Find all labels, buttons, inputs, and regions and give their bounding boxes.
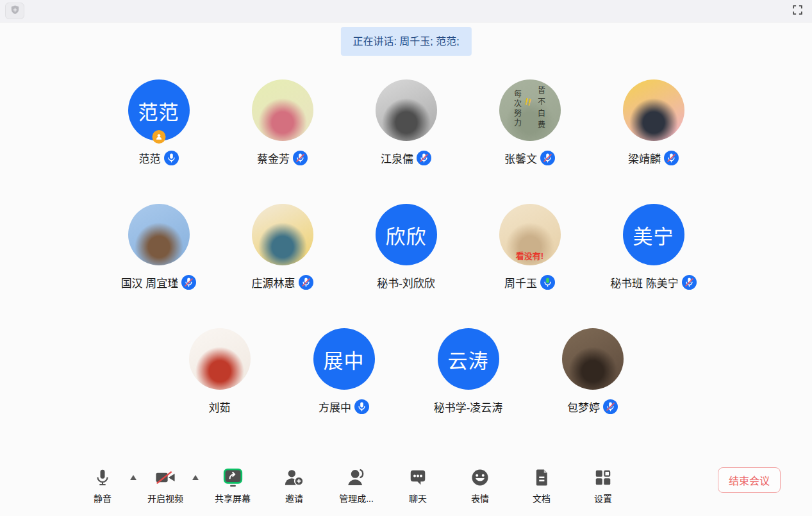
participant-row: 刘茹展中方展中云涛秘书学-凌云涛包梦婷 xyxy=(0,328,812,414)
mic-muted-icon xyxy=(417,151,431,165)
participant-avatar xyxy=(252,79,313,141)
participant-tile[interactable]: 刘茹 xyxy=(158,328,282,414)
security-button[interactable] xyxy=(5,3,24,19)
participant-row: 国汉 周宜瑾庄源林惠欣欣秘书-刘欣欣看没有!周千玉美宁秘书班 陈美宁 xyxy=(0,204,812,290)
participant-avatar xyxy=(623,79,684,141)
video-caret-button[interactable] xyxy=(188,467,203,488)
initials-avatar: 美宁 xyxy=(623,204,684,265)
participant-tile[interactable]: 云涛秘书学-凌云涛 xyxy=(406,328,531,414)
participant-label: 江泉儒 xyxy=(381,150,431,165)
participant-avatar xyxy=(128,204,190,265)
photo-avatar xyxy=(252,79,313,141)
participant-tile[interactable]: 范范范范 xyxy=(97,79,220,165)
mute-button[interactable]: 静音 xyxy=(77,467,128,504)
participant-label: 秘书-刘欣欣 xyxy=(377,274,435,290)
participant-name: 秘书-刘欣欣 xyxy=(377,274,435,290)
photo-avatar xyxy=(623,79,684,141)
toolbar-item-label: 共享屏幕 xyxy=(215,492,251,504)
smiley-icon xyxy=(470,467,490,488)
participant-avatar: 范范 xyxy=(128,79,190,141)
participant-grid: 范范范范蔡金芳江泉儒每次努力皆不白费!!张馨文梁靖麟国汉 周宜瑾庄源林惠欣欣秘书… xyxy=(0,79,812,414)
participant-name: 梁靖麟 xyxy=(628,150,661,166)
participant-label: 包梦婷 xyxy=(567,399,618,414)
participant-name: 张馨文 xyxy=(504,150,537,166)
participant-avatar xyxy=(562,328,624,390)
participant-tile[interactable]: 庄源林惠 xyxy=(220,204,344,290)
initials-avatar: 展中 xyxy=(313,328,375,390)
participant-name: 方展中 xyxy=(319,399,351,415)
participant-name: 周千玉 xyxy=(504,274,537,290)
settings-button[interactable]: 设置 xyxy=(577,467,629,504)
mic-muted-icon xyxy=(664,151,679,165)
photo-avatar: 看没有! xyxy=(499,204,561,265)
toolbar-item-label: 聊天 xyxy=(409,492,427,504)
photo-avatar xyxy=(376,79,437,141)
participant-tile[interactable]: 蔡金芳 xyxy=(220,79,344,165)
participant-tile[interactable]: 展中方展中 xyxy=(282,328,406,414)
participant-avatar xyxy=(252,204,313,265)
participant-name: 秘书学-凌云涛 xyxy=(434,399,503,415)
avatar-initials-text: 美宁 xyxy=(633,221,674,249)
fullscreen-button[interactable] xyxy=(788,3,807,19)
participant-avatar: 每次努力皆不白费!! xyxy=(499,79,561,141)
participant-tile[interactable]: 看没有!周千玉 xyxy=(468,204,592,290)
participant-avatar: 美宁 xyxy=(623,204,684,265)
caret-up-icon xyxy=(130,467,137,488)
document-icon xyxy=(532,467,551,488)
avatar-initials-text: 欣欣 xyxy=(386,221,427,249)
participant-label: 蔡金芳 xyxy=(257,150,308,165)
participant-name: 蔡金芳 xyxy=(257,150,290,166)
participant-tile[interactable]: 美宁秘书班 陈美宁 xyxy=(592,204,715,290)
mic-muted-icon xyxy=(682,275,697,290)
participant-label: 范范 xyxy=(139,150,179,165)
mute-caret-button[interactable] xyxy=(126,467,141,488)
doc-button[interactable]: 文档 xyxy=(516,467,567,504)
photo-avatar xyxy=(562,328,624,390)
participant-tile[interactable]: 每次努力皆不白费!!张馨文 xyxy=(468,79,592,165)
participant-tile[interactable]: 梁靖麟 xyxy=(592,79,715,165)
participant-name: 包梦婷 xyxy=(567,399,600,415)
share-button[interactable]: 共享屏幕 xyxy=(207,467,258,504)
mic-speaking-icon xyxy=(540,275,555,290)
mic-muted-icon xyxy=(299,275,313,290)
participant-avatar xyxy=(376,79,437,141)
participant-avatar: 看没有! xyxy=(499,204,561,265)
end-meeting-button[interactable]: 结束会议 xyxy=(718,467,781,493)
photo-avatar xyxy=(189,328,251,390)
participant-name: 国汉 周宜瑾 xyxy=(121,274,179,290)
avatar-caption-text: 看没有! xyxy=(499,249,561,262)
avatar-initials-text: 云涛 xyxy=(448,345,489,374)
toolbar: 结束会议 静音开启视频共享屏幕邀请管理成...聊天表情文档设置 xyxy=(0,462,812,516)
mic-on-icon xyxy=(354,399,369,414)
participant-label: 张馨文 xyxy=(504,150,555,165)
settings-grid-icon xyxy=(593,467,613,488)
participant-tile[interactable]: 江泉儒 xyxy=(344,79,468,165)
chat-bubble-icon xyxy=(408,467,427,488)
participant-label: 刘茹 xyxy=(209,399,231,414)
toolbar-item-label: 设置 xyxy=(594,492,612,504)
participant-label: 梁靖麟 xyxy=(628,150,679,165)
manage-button[interactable]: 管理成... xyxy=(331,467,382,504)
participant-name: 庄源林惠 xyxy=(252,274,295,290)
video-button[interactable]: 开启视频 xyxy=(140,467,191,504)
invite-button[interactable]: 邀请 xyxy=(269,467,320,504)
toolbar-item-label: 邀请 xyxy=(285,492,303,504)
avatar-handwriting-text: 每次努力 xyxy=(512,90,523,128)
participant-name: 刘茹 xyxy=(209,399,231,415)
toolbar-item-label: 管理成... xyxy=(339,492,374,504)
participant-tile[interactable]: 包梦婷 xyxy=(531,328,655,414)
participant-tile[interactable]: 欣欣秘书-刘欣欣 xyxy=(344,204,468,290)
invite-person-icon xyxy=(284,467,304,488)
emoji-button[interactable]: 表情 xyxy=(454,467,506,504)
participant-row: 范范范范蔡金芳江泉儒每次努力皆不白费!!张馨文梁靖麟 xyxy=(0,79,812,165)
shield-plus-icon xyxy=(10,4,21,17)
mic-muted-icon xyxy=(181,275,196,290)
avatar-initials-text: 展中 xyxy=(324,345,365,374)
avatar-initials-text: 范范 xyxy=(138,96,179,125)
mic-muted-icon xyxy=(540,151,555,165)
participant-avatar: 云涛 xyxy=(438,328,499,390)
participant-tile[interactable]: 国汉 周宜瑾 xyxy=(97,204,220,290)
chat-button[interactable]: 聊天 xyxy=(392,467,443,504)
photo-avatar: 每次努力皆不白费!! xyxy=(499,79,561,141)
avatar-handwriting-text: 皆不白费 xyxy=(536,86,547,132)
